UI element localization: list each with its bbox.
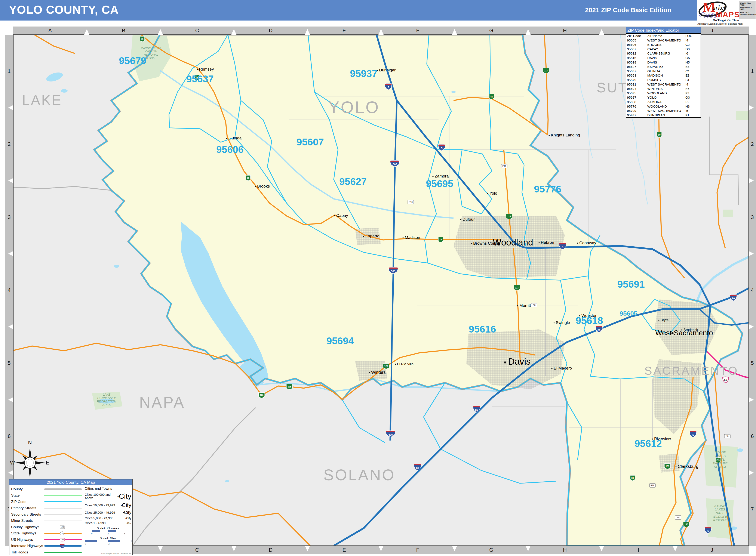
town-label: El Macero [554,366,572,370]
svg-text:113: 113 [515,286,519,289]
title-bar: YOLO COUNTY, CA 2021 ZIP Code Basic Edit… [0,0,697,21]
county-route-badge-icon: J8 [724,434,730,438]
town-dot [652,439,653,440]
town-dot [460,219,461,220]
legend-row-state: State [11,492,83,499]
svg-text:E10: E10 [409,201,413,203]
svg-text:E9: E9 [677,516,680,519]
grid-column-label: F [416,547,419,553]
grid-row-label: 4 [8,287,10,293]
scale-kilometers: Scale in Kilometers 024 [85,527,131,535]
county-label: SACRAMENTO [644,364,738,377]
logo-maps: MAPS [716,10,740,19]
town-dot [255,186,256,187]
zip-index-row: 95698ZAMORAF2 [626,100,700,104]
svg-text:505: 505 [388,433,393,436]
zip-index-header-row: ZIP CodeZIP NameLOC [626,34,700,38]
zip-index-row: 95616DAVISG5 [626,56,700,60]
svg-text:16: 16 [141,38,143,40]
town-label: Swingle [556,320,570,325]
zip-code-label: 95776 [534,183,561,195]
grid-column-label: G [489,28,493,33]
grid-row-label: 1 [751,68,754,74]
call-label: CALL US TOLL FREE! [740,2,755,6]
legend-symbol-list: CountyStateZIP CodePrimary StreetsSecond… [11,486,83,556]
grid-row-label: 3 [8,214,10,220]
legend-row-county: County [11,486,83,492]
town-dot [403,237,404,238]
grid-row-label: 3 [751,214,754,220]
town-dot [554,322,555,323]
zip-index-title: ZIP Code Index/Grid Locator [626,27,700,34]
county-route-badge-icon: E9 [675,516,681,519]
state-route-badge-icon: 16 [246,175,250,181]
grid-column-label: I [638,547,639,553]
town-label: Dunnigan [379,68,397,72]
town-dot [197,69,198,70]
town-label: Capay [336,213,348,218]
svg-text:45: 45 [490,96,493,98]
town-label: El Rio Villa [397,362,413,366]
town-label: West Sacramento [655,329,713,337]
county-label: NAPA [139,394,185,411]
county-route-badge-icon: E10 [408,200,414,204]
svg-text:80: 80 [416,466,419,470]
town-label: Webster [581,313,597,318]
state-route-badge-icon: 113 [506,214,512,219]
state-route-badge-icon: 99 [657,132,662,138]
zip-index-row: 95697YOLOG3 [626,95,700,100]
state-route-badge-icon: 45 [489,94,494,99]
town-dot [334,215,335,216]
logo-tagline: On Target. On Time. [713,19,739,22]
legend-title: 2021 Yolo County, CA Map [9,480,132,485]
state-route-badge-icon: 113 [543,68,549,73]
legend-cities: Cities and Towns Cities 100,000 and Abov… [85,486,131,545]
state-route-badge-icon: 160 [664,464,671,469]
legend-city-size-row: Cities 1 - 4,999•City [85,521,131,525]
town-label: Riverview [654,437,671,441]
town-dot [551,368,553,369]
zip-index-row: 95618DAVISH5 [626,60,700,65]
county-label: LAKE [22,92,62,108]
svg-text:50: 50 [724,379,727,382]
town-dot [395,364,396,365]
legend-city-size-row: Cities 100,000 and Above•City [85,492,131,500]
town-label: Dufour [462,217,475,221]
svg-text:5: 5 [562,246,563,249]
scale-mi-title: Scale in Miles [85,537,131,540]
svg-text:113: 113 [544,70,548,72]
zip-code-label: 95637 [186,73,214,84]
legend-row-ushwy: US Highways123 [11,536,83,543]
county-label: SOLANO [323,466,395,484]
town-label: Davis [508,356,530,367]
grid-row-label: 5 [8,360,10,366]
svg-text:113: 113 [508,215,511,218]
grid-column-label: J [711,28,713,33]
svg-text:505: 505 [391,270,395,273]
zip-index-row: 95606BROOKSC2 [626,42,700,47]
svg-text:5: 5 [441,147,443,150]
town-label: Rumsey [199,67,214,71]
grid-row-label: 6 [8,433,10,439]
grid-column-label: H [563,547,567,553]
zip-code-label: 95616 [469,323,496,335]
svg-text:128: 128 [384,365,388,368]
state-route-badge-icon: 160 [683,522,689,527]
town-label: Madison [405,235,420,240]
svg-text:E11: E11 [502,165,506,168]
town-dot [369,372,370,373]
legend-row-primary: Primary Streets [11,505,83,512]
svg-text:J8: J8 [726,435,729,438]
grid-column-label: F [416,28,419,33]
svg-text:80: 80 [475,409,478,411]
legend-row-countyhwy: County Highways123 [11,524,83,530]
grid-column-label: G [489,547,493,553]
grid-row-label: 2 [751,141,754,147]
town-label: Merritt [519,303,531,308]
compass-direction-label: W [10,460,15,465]
zip-code-label: 95937 [350,68,377,79]
town-label: Hebron [541,240,554,245]
town-dot [363,236,364,237]
zip-index-row: 95937DUNNIGANF1 [626,113,700,117]
state-route-badge-icon: 16 [140,36,145,42]
